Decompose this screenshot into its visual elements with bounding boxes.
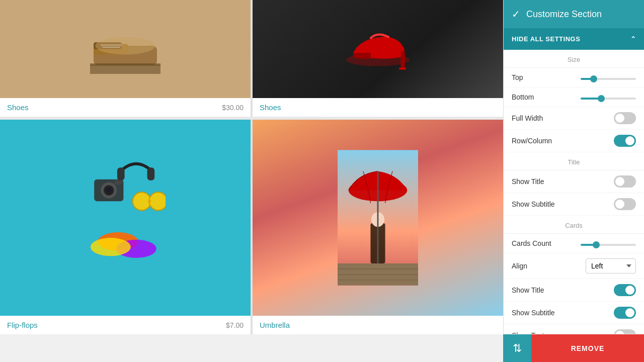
product-info-shoes1: Shoes $30.00 [0,98,251,117]
cards-show-title-toggle[interactable] [614,284,636,296]
product-image-umbrella [253,120,503,316]
full-width-label: Full Width [512,114,543,122]
product-info-flips: Flip-flops $7.00 [0,316,251,334]
bottom-setting-row: Bottom [504,87,644,107]
product-info-umbrella: Umbrella [253,316,503,334]
svg-point-21 [106,188,111,193]
top-label: Top [512,73,523,81]
hide-all-label: HIDE ALL SETTINGS [512,35,580,43]
cards-show-subtitle-toggle[interactable] [614,307,636,319]
product-card-shoes1: Shoes $30.00 [0,0,251,117]
show-title-toggle[interactable] [614,175,636,188]
check-icon: ✓ [512,8,520,20]
svg-rect-24 [147,167,155,180]
cards-count-label: Cards Count [512,239,551,247]
content-area: Shoes $30.00 [0,0,503,362]
product-name-shoes1: Shoes [7,103,29,112]
svg-point-16 [149,192,166,210]
svg-rect-9 [401,51,405,68]
product-name-flips: Flip-flops [7,321,38,329]
svg-rect-22 [114,180,122,185]
product-card-shoes2: Shoes [253,0,503,117]
title-section: Title Show Title Show Subtitle [504,152,644,216]
remove-button[interactable]: REMOVE [531,334,644,363]
show-title-toggle-slider [614,175,636,188]
svg-rect-10 [399,67,406,69]
product-name-shoes2: Shoes [260,103,281,112]
product-row-2: Flip-flops $7.00 [0,120,503,334]
svg-point-15 [133,192,151,210]
top-slider[interactable] [581,78,636,80]
show-subtitle-label: Show Subtitle [512,200,555,208]
show-subtitle-toggle-slider [614,198,636,210]
full-width-toggle-slider [614,112,636,124]
product-card-umbrella: Umbrella [253,120,503,334]
panel-header: ✓ Customize Section [504,0,644,28]
cards-show-subtitle-toggle-slider [614,307,636,319]
show-subtitle-row: Show Subtitle [504,193,644,216]
show-title-row: Show Title [504,170,644,193]
product-price-flips: $7.00 [226,321,244,329]
title-section-label: Title [504,152,644,170]
product-price-shoes1: $30.00 [222,104,244,112]
product-image-shoes2 [253,0,503,98]
cards-show-title-label: Show Title [512,286,544,294]
cards-section-label: Cards [504,216,644,234]
row-column-toggle[interactable] [614,135,636,147]
cards-section: Cards Cards Count Align Left Center Righ… [504,216,644,347]
bottom-bar: ⇅ REMOVE [503,334,644,362]
show-subtitle-toggle[interactable] [614,198,636,210]
row-column-row: Row/Column [504,130,644,152]
cards-show-title-row: Show Title [504,279,644,302]
cards-count-slider[interactable] [581,244,636,246]
full-width-toggle[interactable] [614,112,636,124]
align-select[interactable]: Left Center Right [586,258,636,274]
settings-scroll[interactable]: Size Top Bottom Full Width [504,50,644,362]
move-icon: ⇅ [513,342,522,355]
product-image-flips [0,120,251,316]
cards-show-subtitle-row: Show Subtitle [504,302,644,324]
size-section-label: Size [504,50,644,68]
cards-count-row: Cards Count [504,234,644,253]
product-info-shoes2: Shoes [253,98,503,117]
svg-rect-23 [117,167,125,180]
size-section: Size Top Bottom Full Width [504,50,644,152]
cards-show-subtitle-label: Show Subtitle [512,309,555,317]
top-setting-row: Top [504,68,644,87]
bottom-slider[interactable] [581,98,636,100]
move-button[interactable]: ⇅ [503,334,531,363]
product-row-1: Shoes $30.00 [0,0,503,117]
right-panel: ✓ Customize Section HIDE ALL SETTINGS ⌃ … [503,0,644,362]
chevron-up-icon: ⌃ [630,35,636,43]
full-width-row: Full Width [504,107,644,130]
bottom-slider-container [581,93,636,102]
row-column-label: Row/Column [512,137,552,145]
product-image-shoes1 [0,0,251,98]
cards-count-slider-container [581,239,636,248]
row-column-toggle-slider [614,135,636,147]
product-card-flips: Flip-flops $7.00 [0,120,251,334]
svg-point-14 [91,238,131,256]
product-name-umbrella: Umbrella [260,321,290,329]
hide-all-settings-button[interactable]: HIDE ALL SETTINGS ⌃ [504,28,644,50]
top-slider-container [581,73,636,82]
svg-point-3 [96,37,155,54]
show-title-label: Show Title [512,177,544,186]
panel-title: Customize Section [526,9,602,20]
bottom-label: Bottom [512,93,534,101]
align-label: Align [512,262,527,270]
align-row: Align Left Center Right [504,253,644,279]
cards-show-title-toggle-slider [614,284,636,296]
